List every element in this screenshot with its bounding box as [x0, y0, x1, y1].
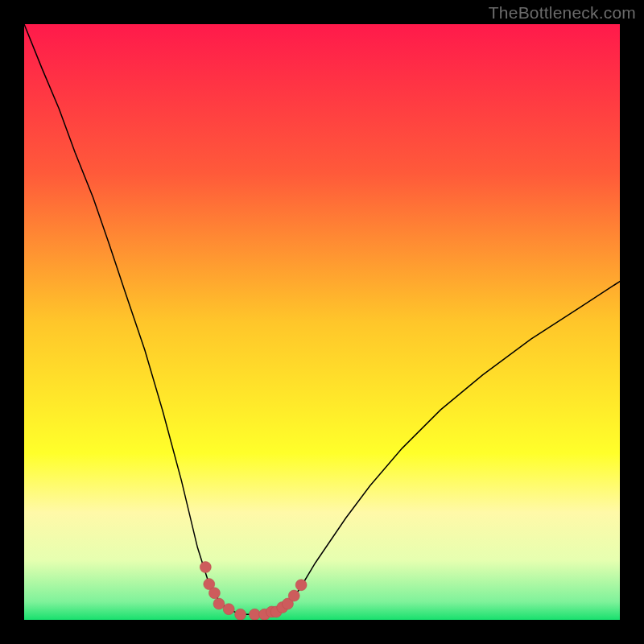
marker-dot [223, 604, 234, 615]
chart-frame: TheBottleneck.com [0, 0, 644, 644]
chart-svg [24, 24, 620, 620]
marker-dot [249, 609, 260, 620]
marker-dot [208, 588, 220, 599]
watermark-text: TheBottleneck.com [489, 3, 636, 23]
marker-dot [235, 609, 246, 620]
marker-dot [213, 598, 225, 609]
plot-area [24, 24, 620, 620]
marker-dot [200, 562, 211, 573]
marker-dot [288, 590, 299, 601]
gradient-background [24, 24, 620, 620]
marker-dot [295, 580, 307, 591]
